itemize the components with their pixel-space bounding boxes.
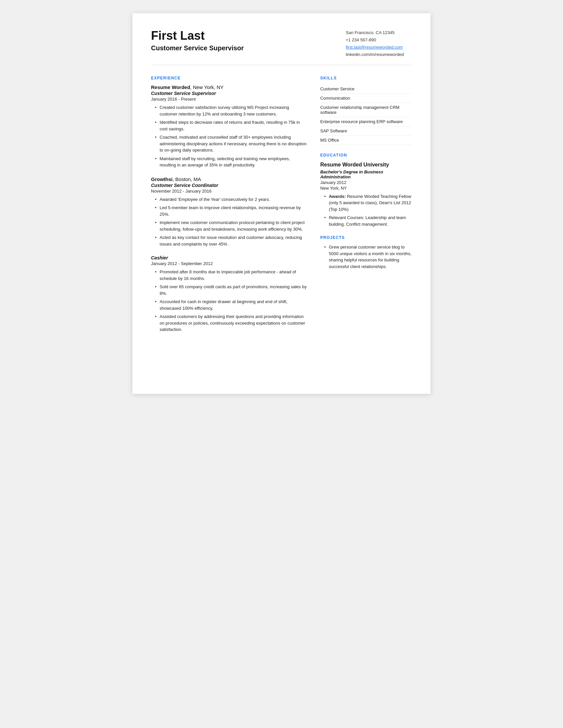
bullet-item: Sold over 65 company credit cards as par… bbox=[155, 284, 307, 296]
skill-item-1: Communication bbox=[320, 94, 412, 103]
education-section-title: EDUCATION bbox=[320, 153, 412, 158]
company-bold-0: Resume Worded bbox=[151, 84, 190, 90]
candidate-title: Customer Service Supervisor bbox=[151, 44, 244, 52]
exp-bullets-2: Promoted after 8 months due to impeccabl… bbox=[151, 269, 307, 333]
project-bullet-0: Grew personal customer service blog to 5… bbox=[324, 244, 412, 270]
skills-section-title: SKILLS bbox=[320, 76, 412, 80]
edu-date-0: January 2012 bbox=[320, 180, 412, 185]
phone: +1 234 567-890 bbox=[346, 36, 412, 44]
bullet-item: Awarded 'Employee of the Year' consecuti… bbox=[155, 196, 307, 203]
bullet-item: Promoted after 8 months due to impeccabl… bbox=[155, 269, 307, 282]
bullet-item: Led 5-member team to improve client rela… bbox=[155, 205, 307, 217]
company-name-0: Resume Worded, New York, NY bbox=[151, 84, 307, 90]
projects-section-title: PROJECTS bbox=[320, 235, 412, 240]
email-link[interactable]: first.last@resumeworded.com bbox=[346, 45, 403, 50]
header-right: San Francisco, CA 12345 +1 234 567-890 f… bbox=[346, 29, 412, 58]
exp-bullets-1: Awarded 'Employee of the Year' consecuti… bbox=[151, 196, 307, 248]
exp-bullets-0: Created customer satisfaction survey uti… bbox=[151, 104, 307, 168]
experience-entry-2: Cashier January 2012 - September 2012 Pr… bbox=[151, 255, 307, 333]
exp-dates-2: January 2012 - September 2012 bbox=[151, 261, 307, 266]
edu-school-0: Resume Worded University bbox=[320, 161, 412, 168]
exp-role-0: Customer Service Supervisor bbox=[151, 91, 307, 96]
bullet-item: Maintained staff by recruiting, selectin… bbox=[155, 156, 307, 168]
bullet-item: Created customer satisfaction survey uti… bbox=[155, 104, 307, 117]
skill-item-4: SAP Software bbox=[320, 126, 412, 136]
skill-item-0: Customer Service bbox=[320, 84, 412, 94]
bullet-item: Identified steps to decrease rates of re… bbox=[155, 119, 307, 132]
company-location-0: , New York, NY bbox=[190, 84, 223, 90]
project-bullets-0: Grew personal customer service blog to 5… bbox=[320, 244, 412, 270]
edu-location-0: New York, NY bbox=[320, 186, 412, 191]
edu-bullet-0: Awards: Resume Worded Teaching Fellow (o… bbox=[324, 193, 412, 213]
company-name-1: Growthsi, Boston, MA bbox=[151, 176, 307, 182]
experience-entry-1: Growthsi, Boston, MA Customer Service Co… bbox=[151, 176, 307, 248]
exp-role-1: Customer Service Coordinator bbox=[151, 183, 307, 188]
email-container: first.last@resumeworded.com bbox=[346, 44, 412, 51]
company-bold-1: Growthsi bbox=[151, 176, 172, 182]
skill-item-5: MS Office bbox=[320, 136, 412, 145]
bullet-item: Implement new customer communication pro… bbox=[155, 219, 307, 232]
header: First Last Customer Service Supervisor S… bbox=[151, 29, 412, 65]
skill-item-3: Enterprise resource planning ERP softwar… bbox=[320, 117, 412, 126]
linkedin: linkedin.com/in/resumeworded bbox=[346, 51, 412, 58]
edu-bullet-1: Relevant Courses: Leadership and team bu… bbox=[324, 214, 412, 227]
header-left: First Last Customer Service Supervisor bbox=[151, 29, 244, 52]
bullet-item: Assisted customers by addressing their q… bbox=[155, 313, 307, 333]
candidate-name: First Last bbox=[151, 29, 244, 42]
bullet-item: Accounted for cash in register drawer at… bbox=[155, 298, 307, 311]
bullet-item: Acted as key contact for issue resolutio… bbox=[155, 234, 307, 247]
experience-section-title: EXPERIENCE bbox=[151, 76, 307, 80]
edu-bullets-0: Awards: Resume Worded Teaching Fellow (o… bbox=[320, 193, 412, 228]
exp-dates-0: January 2016 - Present bbox=[151, 97, 307, 102]
edu-bullet-text-1: Relevant Courses: Leadership and team bu… bbox=[329, 215, 406, 227]
body-columns: EXPERIENCE Resume Worded, New York, NY C… bbox=[151, 76, 412, 341]
right-column: SKILLS Customer Service Communication Cu… bbox=[320, 76, 412, 341]
exp-role-2: Cashier bbox=[151, 255, 307, 260]
left-column: EXPERIENCE Resume Worded, New York, NY C… bbox=[151, 76, 307, 341]
resume-page: First Last Customer Service Supervisor S… bbox=[132, 13, 431, 394]
experience-entry-0: Resume Worded, New York, NY Customer Ser… bbox=[151, 84, 307, 168]
edu-degree-0: Bachelor's Degree in Business Administra… bbox=[320, 169, 412, 179]
exp-dates-1: November 2012 - January 2016 bbox=[151, 189, 307, 194]
address: San Francisco, CA 12345 bbox=[346, 29, 412, 36]
edu-bullet-label-0: Awards: bbox=[329, 194, 346, 199]
skill-item-2: Customer relationship management CRM sof… bbox=[320, 103, 412, 117]
bullet-item: Coached, motivated and counselled staff … bbox=[155, 134, 307, 154]
company-location-1: , Boston, MA bbox=[172, 176, 201, 182]
